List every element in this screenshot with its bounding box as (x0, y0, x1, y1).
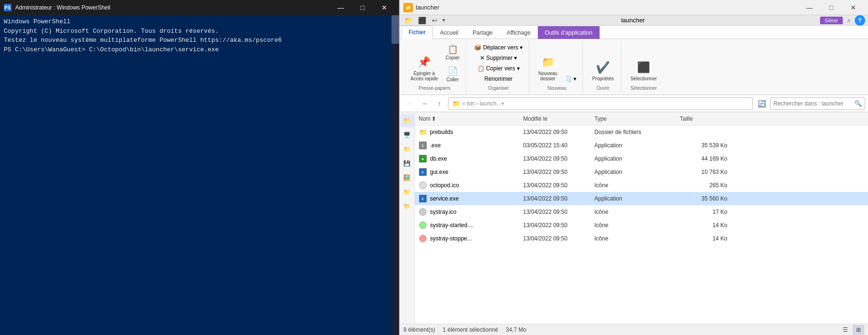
ribbon-content: 📌 Épingler àAccès rapide 📋 Copier 📄 Coll… (400, 39, 868, 95)
forward-button[interactable]: → (418, 97, 431, 110)
search-box[interactable]: 🔍 (770, 97, 865, 110)
fe-titlebar-right: — □ ✕ (799, 0, 864, 15)
paste-label: Coller (446, 77, 458, 82)
copy-paste-group: 📋 Copier 📄 Coller (443, 43, 462, 84)
new-item-group: 🗒️ ▾ (563, 74, 579, 84)
list-view-button[interactable]: ☰ (839, 325, 851, 335)
up-button[interactable]: ↑ (433, 97, 446, 110)
select-icon: ⬛ (636, 60, 651, 75)
copy-button[interactable]: 📋 Copier (443, 43, 462, 62)
sidebar-item-3[interactable]: 📁 (401, 143, 414, 156)
copy-label: Copier (446, 55, 459, 60)
address-dropdown[interactable]: ▾ (501, 100, 504, 107)
search-icon[interactable]: 🔍 (854, 100, 862, 107)
qat-undo-button[interactable]: ↩ (430, 16, 439, 25)
file-type: Application (594, 155, 680, 162)
organise-label: Organiser (488, 86, 509, 91)
back-button[interactable]: ← (402, 97, 416, 110)
ribbon-collapse-button[interactable]: ∧ (845, 16, 853, 25)
refresh-button[interactable]: 🔄 (755, 97, 768, 110)
systray-started-icon (419, 221, 427, 230)
tab-outils[interactable]: Outils d'application (538, 26, 600, 39)
select-button[interactable]: ⬛ Sélectionner (627, 57, 660, 84)
address-folder-icon: 📁 (452, 100, 460, 107)
tab-accueil[interactable]: Accueil (433, 26, 466, 39)
address-input[interactable]: 📁 « bin › launch... ▾ (448, 97, 753, 110)
systray-ico-icon (419, 208, 427, 216)
select-label: Sélectionner (630, 76, 657, 81)
table-row[interactable]: systray-stoppe... 13/04/2022 09:50 Icône… (415, 232, 868, 245)
move-button[interactable]: 📦 Déplacer vers ▾ (472, 43, 525, 52)
sidebar-item-2[interactable]: 🖥️ (401, 128, 414, 142)
fe-titlebar: 📁 launcher — □ ✕ (400, 0, 868, 15)
file-type: Icône (594, 209, 680, 215)
folder-icon: 📁 (419, 128, 427, 136)
table-row[interactable]: E service.exe 13/04/2022 09:50 Applicati… (415, 192, 868, 205)
open-label: Ouvrir (597, 86, 610, 91)
table-row[interactable]: ● db.exe 13/04/2022 09:50 Application 44… (415, 152, 868, 165)
sidebar-item-5[interactable]: 🖼️ (401, 171, 414, 184)
paste-icon: 📄 (448, 66, 458, 77)
col-header-size[interactable]: Taille (680, 115, 727, 122)
sidebar-item-6[interactable]: 📁 (401, 185, 414, 199)
file-date: 13/04/2022 09:50 (523, 129, 594, 135)
table-row[interactable]: systray-started.... 13/04/2022 09:50 Icô… (415, 219, 868, 232)
ps-minimize-button[interactable]: — (330, 0, 352, 15)
table-row[interactable]: 📁 prebuilds 13/04/2022 09:50 Dossier de … (415, 125, 868, 139)
ps-close-button[interactable]: ✕ (373, 0, 395, 15)
col-header-date[interactable]: Modifié le (523, 115, 594, 122)
properties-icon: ✔️ (595, 60, 610, 75)
fe-maximize-button[interactable]: □ (820, 0, 842, 15)
table-row[interactable]: E .exe 03/05/2022 15:40 Application 35 5… (415, 139, 868, 152)
sidebar-item-1[interactable]: 📁 (401, 114, 414, 127)
fe-minimize-button[interactable]: — (799, 0, 820, 15)
copy-to-button[interactable]: 📋 Copier vers ▾ (472, 64, 525, 73)
file-size: 10 763 Ko (680, 169, 727, 175)
powershell-window: PS Administrateur : Windows PowerShell —… (0, 0, 399, 335)
table-row[interactable]: E gui.exe 13/04/2022 09:50 Application 1… (415, 165, 868, 179)
ps-scrollbar-track[interactable] (391, 15, 399, 335)
file-name: prebuilds (430, 129, 453, 135)
qat-dropdown-button[interactable]: ▼ (441, 18, 446, 23)
col-header-type[interactable]: Type (594, 115, 680, 122)
sidebar-item-4[interactable]: 💾 (401, 157, 414, 170)
tab-partage[interactable]: Partage (466, 26, 500, 39)
delete-button[interactable]: ✕ Supprimer ▾ (472, 53, 525, 63)
file-type: Icône (594, 222, 680, 229)
file-size: 265 Ko (680, 182, 727, 189)
tab-fichier[interactable]: Fichier (401, 26, 433, 39)
table-row[interactable]: systray.ico 13/04/2022 09:50 Icône 17 Ko (415, 205, 868, 219)
tab-affichage[interactable]: Affichage (500, 26, 538, 39)
fe-title: launcher (416, 4, 439, 11)
help-button[interactable]: ? (855, 15, 865, 26)
exe-blue-icon: E (419, 168, 427, 176)
paste-button[interactable]: 📄 Coller (443, 65, 462, 84)
qat-save-button[interactable]: ⬛ (416, 16, 428, 25)
file-type: Icône (594, 182, 680, 189)
new-folder-button[interactable]: 📁 Nouveaudossier (535, 52, 561, 84)
move-delete-group: 📦 Déplacer vers ▾ ✕ Supprimer ▾ 📋 Copier… (472, 43, 525, 84)
pin-button[interactable]: 📌 Épingler àAccès rapide (407, 52, 441, 84)
col-header-name[interactable]: Nom ⬆ (419, 115, 523, 122)
file-name: service.exe (430, 195, 459, 202)
ribbon-group-open: ✔️ Propriétés Ouvrir (585, 41, 621, 93)
new-item-button[interactable]: 🗒️ ▾ (563, 74, 579, 84)
table-row[interactable]: octopod.ico 13/04/2022 09:50 Icône 265 K… (415, 179, 868, 192)
ps-maximize-button[interactable]: □ (352, 0, 373, 15)
file-name: gui.exe (430, 169, 448, 175)
search-input[interactable] (773, 100, 852, 107)
rename-button[interactable]: Renommer (472, 74, 525, 84)
properties-button[interactable]: ✔️ Propriétés (589, 57, 617, 84)
fe-titlebar-left: 📁 launcher (403, 3, 439, 12)
file-date: 13/04/2022 09:50 (523, 235, 594, 242)
sort-arrow: ⬆ (431, 115, 436, 122)
details-view-button[interactable]: ⊞ (853, 325, 864, 335)
ps-line-4: Testez le nouveau système multiplateform… (4, 36, 395, 45)
fe-close-button[interactable]: ✕ (842, 0, 864, 15)
sidebar-item-7[interactable]: 📁 (401, 200, 414, 213)
ps-app-icon: PS (4, 4, 11, 11)
clipboard-items: 📌 Épingler àAccès rapide 📋 Copier 📄 Coll… (407, 43, 462, 84)
ribbon-tabs: Fichier Accueil Partage Affichage Outils… (400, 26, 868, 39)
ps-scrollbar-thumb[interactable] (391, 15, 399, 44)
ps-console-output[interactable]: Windows PowerShell Copyright (C) Microso… (0, 15, 399, 335)
